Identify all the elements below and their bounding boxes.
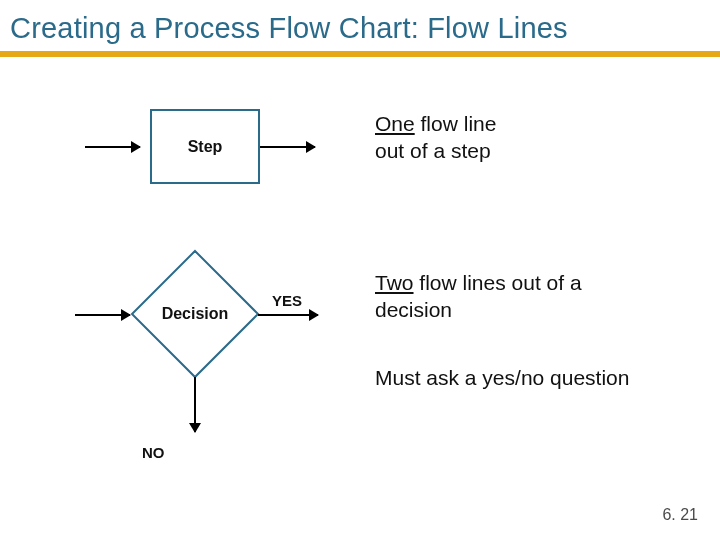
decision-desc-after: flow lines out of a [414, 271, 582, 294]
step-desc-after: flow line [415, 112, 497, 135]
step-box: Step [150, 109, 260, 184]
slide-number: 6. 21 [662, 506, 698, 524]
flowline-out-of-step [260, 146, 315, 148]
decision-desc-emph: Two [375, 271, 414, 294]
step-desc-emph: One [375, 112, 415, 135]
flowline-yes [258, 314, 318, 316]
decision-description: Two flow lines out of a decision [375, 269, 582, 324]
step-description: One flow line out of a step [375, 110, 496, 165]
page-title: Creating a Process Flow Chart: Flow Line… [10, 12, 710, 45]
decision-desc-line2: decision [375, 298, 452, 321]
slide: Creating a Process Flow Chart: Flow Line… [0, 0, 720, 540]
decision-rule: Must ask a yes/no question [375, 364, 629, 391]
title-bar: Creating a Process Flow Chart: Flow Line… [0, 0, 720, 57]
diagram-stage: Step One flow line out of a step Decisio… [0, 64, 720, 540]
step-desc-line2: out of a step [375, 139, 491, 162]
yes-label: YES [272, 292, 302, 309]
no-label: NO [142, 444, 165, 461]
step-label: Step [188, 138, 223, 156]
flowline-into-decision [75, 314, 130, 316]
flowline-into-step [85, 146, 140, 148]
flowline-no [194, 377, 196, 432]
decision-diamond: Decision [130, 249, 260, 379]
decision-label: Decision [162, 305, 229, 323]
